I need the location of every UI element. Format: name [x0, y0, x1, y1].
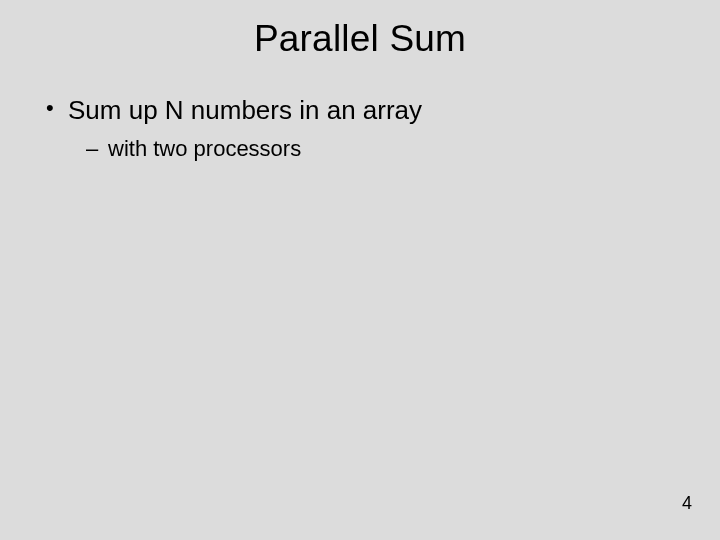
slide-body: Sum up N numbers in an array with two pr…	[0, 60, 720, 163]
bullet-level-2: with two processors	[40, 135, 680, 164]
slide-title: Parallel Sum	[0, 0, 720, 60]
slide: Parallel Sum Sum up N numbers in an arra…	[0, 0, 720, 540]
bullet-level-1: Sum up N numbers in an array	[40, 94, 680, 127]
page-number: 4	[682, 493, 692, 514]
